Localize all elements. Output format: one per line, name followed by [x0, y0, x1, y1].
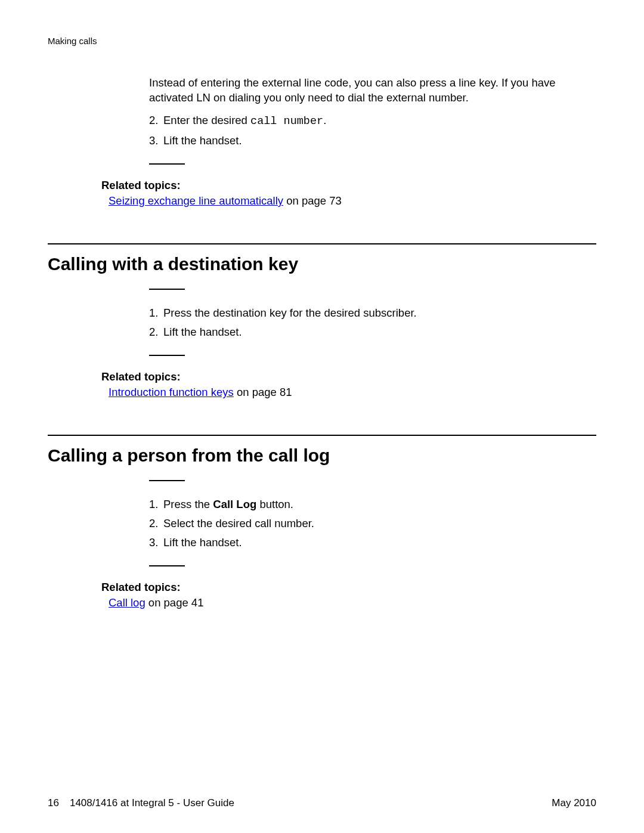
section-divider: [48, 435, 596, 436]
step-suffix: .: [323, 114, 326, 126]
intro-paragraph: Instead of entering the external line co…: [149, 76, 596, 106]
section-divider: [48, 243, 596, 244]
footer-date: May 2010: [552, 797, 596, 809]
step-prefix: Press the: [163, 498, 213, 510]
list-item: 2.Select the desired call number.: [149, 515, 596, 532]
step-suffix: button.: [256, 498, 293, 510]
short-divider: [149, 355, 185, 356]
related-link-row: Introduction function keys on page 81: [109, 386, 596, 399]
section1-steps: 1.Press the destination key for the desi…: [149, 304, 596, 340]
related-topics-heading: Related topics:: [101, 370, 596, 383]
section1-content: 1.Press the destination key for the desi…: [48, 289, 596, 356]
section1-related: Related topics: Introduction function ke…: [101, 370, 596, 399]
list-item: 3.Lift the handset.: [149, 132, 596, 150]
step-bold: Call Log: [213, 498, 256, 510]
list-item: 2.Enter the desired call number.: [149, 112, 596, 131]
step-number: 3.: [149, 534, 163, 552]
related-suffix: on page 73: [283, 194, 342, 207]
related-link[interactable]: Call log: [109, 596, 145, 609]
related-suffix: on page 41: [145, 596, 204, 609]
list-item: 2.Lift the handset.: [149, 323, 596, 341]
page: Making calls Instead of entering the ext…: [0, 0, 644, 833]
running-header: Making calls: [48, 36, 596, 46]
list-item: 1.Press the Call Log button.: [149, 496, 596, 513]
step-text: Select the desired call number.: [163, 517, 314, 529]
related-link-row: Call log on page 41: [109, 596, 596, 609]
step-number: 2.: [149, 323, 163, 341]
step-number: 1.: [149, 304, 163, 322]
page-footer: 161408/1416 at Integral 5 - User Guide M…: [48, 797, 596, 809]
page-number: 16: [48, 797, 59, 809]
related-link[interactable]: Introduction function keys: [109, 386, 234, 398]
short-divider: [149, 289, 185, 290]
short-divider: [149, 163, 185, 165]
related-topics-heading: Related topics:: [101, 581, 596, 594]
step-text: Enter the desired: [163, 114, 250, 126]
related-topics-heading: Related topics:: [101, 179, 596, 192]
related-link-row: Seizing exchange line automatically on p…: [109, 194, 596, 208]
step-text: Lift the handset.: [163, 134, 242, 147]
footer-left: 161408/1416 at Integral 5 - User Guide: [48, 797, 245, 809]
short-divider: [149, 565, 185, 566]
section0-content: Instead of entering the external line co…: [48, 76, 596, 165]
section0-related: Related topics: Seizing exchange line au…: [101, 179, 596, 208]
section2-heading: Calling a person from the call log: [48, 445, 596, 466]
step-mono: call number: [250, 115, 323, 128]
section2-related: Related topics: Call log on page 41: [101, 581, 596, 609]
section2-content: 1.Press the Call Log button. 2.Select th…: [48, 480, 596, 566]
step-number: 3.: [149, 132, 163, 150]
list-item: 1.Press the destination key for the desi…: [149, 304, 596, 322]
related-link[interactable]: Seizing exchange line automatically: [109, 194, 283, 207]
step-number: 2.: [149, 515, 163, 532]
step-text: Lift the handset.: [163, 326, 242, 338]
step-number: 2.: [149, 112, 163, 129]
list-item: 3.Lift the handset.: [149, 534, 596, 552]
section2-steps: 1.Press the Call Log button. 2.Select th…: [149, 496, 596, 551]
related-suffix: on page 81: [234, 386, 292, 398]
step-text: Press the destination key for the desire…: [163, 306, 417, 319]
step-number: 1.: [149, 496, 163, 513]
section0-steps: 2.Enter the desired call number. 3.Lift …: [149, 112, 596, 149]
section1-heading: Calling with a destination key: [48, 254, 596, 274]
step-text: Lift the handset.: [163, 536, 242, 549]
doc-title: 1408/1416 at Integral 5 - User Guide: [70, 797, 234, 809]
short-divider: [149, 480, 185, 481]
